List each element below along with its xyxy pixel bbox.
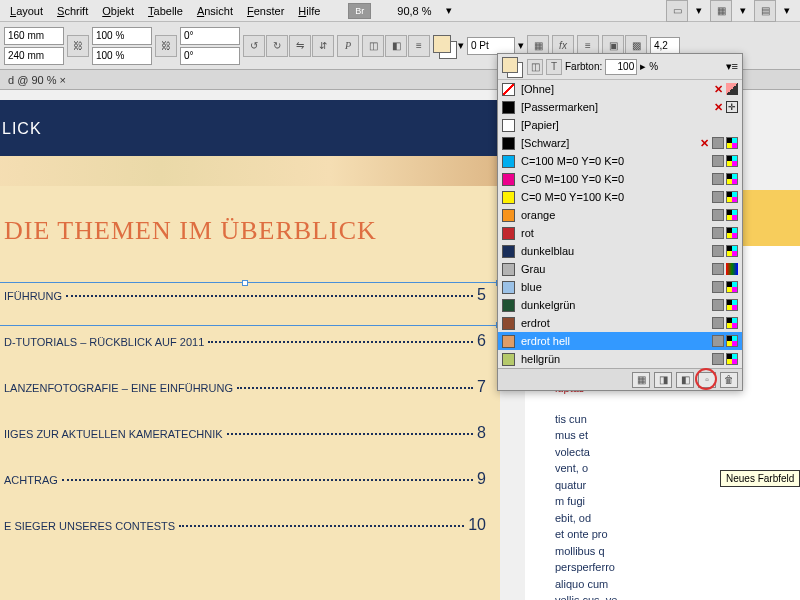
swatch-row[interactable]: C=100 M=0 Y=0 K=0 bbox=[498, 152, 742, 170]
shear-input[interactable] bbox=[180, 47, 240, 65]
delete-swatch-button[interactable]: 🗑 bbox=[720, 372, 738, 388]
swatch-row[interactable]: C=0 M=0 Y=100 K=0 bbox=[498, 188, 742, 206]
swatch-row[interactable]: [Schwarz]✕ bbox=[498, 134, 742, 152]
toc-line: D-TUTORIALS – RÜCKBLICK AUF 20116 bbox=[4, 332, 486, 350]
tint-input[interactable] bbox=[605, 59, 637, 75]
menu-objekt[interactable]: Objekt bbox=[96, 3, 140, 19]
scale-x-input[interactable] bbox=[92, 27, 152, 45]
measurements bbox=[4, 27, 64, 65]
screen-mode-icon[interactable]: ▭ bbox=[666, 0, 688, 22]
swatch-row[interactable]: [Passermarken]✕✛ bbox=[498, 98, 742, 116]
swatch-row[interactable]: [Papier] bbox=[498, 116, 742, 134]
menu-schrift[interactable]: Schrift bbox=[51, 3, 94, 19]
panel-fill-swatch[interactable] bbox=[502, 57, 518, 73]
wrap-icon[interactable]: ◫ bbox=[362, 35, 384, 57]
swatch-row[interactable]: orange bbox=[498, 206, 742, 224]
zoom-level[interactable]: 90,8 % bbox=[391, 3, 437, 19]
swatches-footer: ▦ ◨ ◧ ▫ 🗑 bbox=[498, 368, 742, 390]
new-swatch-button[interactable]: ▫ bbox=[698, 372, 716, 388]
bridge-button[interactable]: Br bbox=[348, 3, 371, 19]
swatch-row[interactable]: blue bbox=[498, 278, 742, 296]
swatch-row[interactable]: dunkelblau bbox=[498, 242, 742, 260]
swatch-row[interactable]: rot bbox=[498, 224, 742, 242]
swatches-panel: ◫ T Farbton: ▸ % ▾≡ [Ohne]✕[Passermarken… bbox=[497, 53, 743, 391]
show-color-icon[interactable]: ◨ bbox=[654, 372, 672, 388]
rotate-ccw-icon[interactable]: ↺ bbox=[243, 35, 265, 57]
paragraph-style-icon[interactable]: P bbox=[337, 35, 359, 57]
show-all-icon[interactable]: ▦ bbox=[632, 372, 650, 388]
numeric-input[interactable] bbox=[650, 37, 680, 55]
menu-layout[interactable]: Layout bbox=[4, 3, 49, 19]
swatch-row[interactable]: hellgrün bbox=[498, 350, 742, 368]
link-scale-icon[interactable]: ⛓ bbox=[155, 35, 177, 57]
marble-band bbox=[0, 156, 500, 186]
swatch-row[interactable]: C=0 M=100 Y=0 K=0 bbox=[498, 170, 742, 188]
link-icon[interactable]: ⛓ bbox=[67, 35, 89, 57]
flip-h-icon[interactable]: ⇋ bbox=[289, 35, 311, 57]
panel-menu-icon[interactable]: ▾≡ bbox=[726, 60, 738, 73]
rotate-input[interactable] bbox=[180, 27, 240, 45]
zoom-dropdown-icon[interactable]: ▾ bbox=[440, 2, 458, 19]
text-target-icon[interactable]: T bbox=[546, 59, 562, 75]
toc-line: E SIEGER UNSERES CONTESTS10 bbox=[4, 516, 486, 534]
menu-tabelle[interactable]: Tabelle bbox=[142, 3, 189, 19]
swatch-row[interactable]: dunkelgrün bbox=[498, 296, 742, 314]
tint-slider-icon[interactable]: ▸ bbox=[640, 60, 646, 73]
tint-label: Farbton: bbox=[565, 61, 602, 72]
width-input[interactable] bbox=[4, 27, 64, 45]
stroke-weight-input[interactable] bbox=[467, 37, 515, 55]
tooltip: Neues Farbfeld bbox=[720, 470, 800, 487]
content-area: DIE THEMEN IM ÜBERBLICK IFÜHRUNG5D-TUTOR… bbox=[0, 186, 500, 600]
page-left: LICK DIE THEMEN IM ÜBERBLICK IFÜHRUNG5D-… bbox=[0, 100, 500, 600]
swatches-header: ◫ T Farbton: ▸ % ▾≡ bbox=[498, 54, 742, 80]
toc-line: IFÜHRUNG5 bbox=[4, 286, 486, 304]
show-gradient-icon[interactable]: ◧ bbox=[676, 372, 694, 388]
toc-line: ACHTRAG9 bbox=[4, 470, 486, 488]
object-target-icon[interactable]: ◫ bbox=[527, 59, 543, 75]
swatch-row[interactable]: erdrot hell bbox=[498, 332, 742, 350]
menu-fenster[interactable]: Fenster bbox=[241, 3, 290, 19]
swatch-list[interactable]: [Ohne]✕[Passermarken]✕✛[Papier][Schwarz]… bbox=[498, 80, 742, 368]
menu-bar: Layout Schrift Objekt Tabelle Ansicht Fe… bbox=[0, 0, 800, 22]
headline: DIE THEMEN IM ÜBERBLICK bbox=[4, 216, 486, 246]
corner-icon[interactable]: ◧ bbox=[385, 35, 407, 57]
swatch-row[interactable]: [Ohne]✕ bbox=[498, 80, 742, 98]
menu-hilfe[interactable]: Hilfe bbox=[292, 3, 326, 19]
workspace-icon[interactable]: ▤ bbox=[754, 0, 776, 22]
scale-y-input[interactable] bbox=[92, 47, 152, 65]
swatch-row[interactable]: Grau bbox=[498, 260, 742, 278]
flip-v-icon[interactable]: ⇵ bbox=[312, 35, 334, 57]
height-input[interactable] bbox=[4, 47, 64, 65]
fill-swatch[interactable] bbox=[433, 35, 451, 53]
arrange-icon[interactable]: ▦ bbox=[710, 0, 732, 22]
menu-ansicht[interactable]: Ansicht bbox=[191, 3, 239, 19]
swatch-row[interactable]: erdrot bbox=[498, 314, 742, 332]
rotate-cw-icon[interactable]: ↻ bbox=[266, 35, 288, 57]
toc-line: IIGES ZUR AKTUELLEN KAMERATECHNIK8 bbox=[4, 424, 486, 442]
blue-header: LICK bbox=[0, 100, 500, 156]
toc-line: LANZENFOTOGRAFIE – EINE EINFÜHRUNG7 bbox=[4, 378, 486, 396]
align-icon[interactable]: ≡ bbox=[408, 35, 430, 57]
